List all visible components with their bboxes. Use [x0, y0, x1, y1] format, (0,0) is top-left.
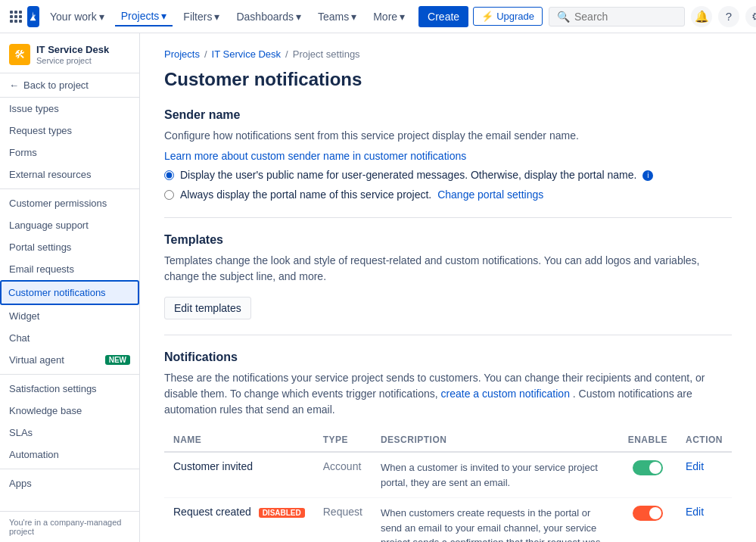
- new-badge: NEW: [105, 355, 130, 365]
- type-cell: Request: [314, 498, 372, 542]
- project-type: Service project: [36, 56, 109, 65]
- table-row: Customer invitedAccountWhen a customer i…: [164, 452, 732, 498]
- sidebar-item-satisfaction-settings[interactable]: Satisfaction settings: [0, 378, 139, 400]
- sidebar: 🛠 IT Service Desk Service project ← Back…: [0, 33, 140, 542]
- toggle-slider: [633, 506, 663, 521]
- edit-templates-button[interactable]: Edit templates: [164, 297, 251, 319]
- atlassian-logo[interactable]: [27, 6, 39, 27]
- sidebar-item-chat[interactable]: Chat: [0, 327, 139, 349]
- sidebar-item-automation[interactable]: Automation: [0, 444, 139, 466]
- grid-icon[interactable]: [9, 6, 23, 27]
- svg-rect-1: [14, 11, 17, 14]
- settings-icon[interactable]: ⚙: [745, 6, 756, 27]
- desc-cell: When customers create requests in the po…: [372, 498, 619, 542]
- sidebar-divider-3: [0, 469, 139, 469]
- toggle-switch[interactable]: [633, 506, 663, 521]
- main-content: Projects / IT Service Desk / Project set…: [140, 33, 756, 542]
- edit-link[interactable]: Edit: [686, 506, 704, 518]
- back-to-project[interactable]: ← Back to project: [0, 73, 139, 98]
- radio-option-2-input[interactable]: [164, 190, 174, 200]
- toggle-switch[interactable]: [633, 460, 663, 475]
- name-cell: Request created DISABLED: [164, 498, 314, 542]
- action-cell: Edit: [677, 498, 732, 542]
- radio-option-1: Display the user's public name for user-…: [164, 168, 732, 183]
- sidebar-divider-1: [0, 188, 139, 189]
- edit-link[interactable]: Edit: [686, 460, 704, 472]
- learn-more-link[interactable]: Learn more about custom sender name in c…: [164, 150, 466, 162]
- breadcrumb-settings: Project settings: [293, 48, 360, 60]
- sidebar-item-language-support[interactable]: Language support: [0, 214, 139, 236]
- notifications-section: Notifications These are the notification…: [164, 350, 732, 542]
- project-header: 🛠 IT Service Desk Service project: [0, 33, 139, 73]
- col-name: Name: [164, 428, 314, 452]
- sidebar-item-knowledge-base[interactable]: Knowledge base: [0, 400, 139, 422]
- sidebar-item-forms[interactable]: Forms: [0, 142, 139, 164]
- templates-title: Templates: [164, 233, 732, 247]
- notifications-table: Name Type Description Enable Action Cust…: [164, 428, 732, 542]
- custom-notification-link[interactable]: create a custom notification: [441, 388, 570, 400]
- col-enable: Enable: [619, 428, 677, 452]
- sidebar-item-widget[interactable]: Widget: [0, 305, 139, 327]
- svg-rect-5: [19, 15, 22, 18]
- radio-option-1-input[interactable]: [164, 170, 174, 180]
- divider-1: [164, 217, 732, 218]
- project-icon: 🛠: [9, 44, 30, 65]
- enable-cell: [619, 452, 677, 498]
- sidebar-item-customer-permissions[interactable]: Customer permissions: [0, 192, 139, 214]
- col-desc: Description: [372, 428, 619, 452]
- table-row: Request created DISABLEDRequestWhen cust…: [164, 498, 732, 542]
- filters-menu[interactable]: Filters ▾: [177, 8, 226, 26]
- svg-rect-6: [10, 20, 13, 23]
- notifications-icon[interactable]: 🔔: [691, 6, 712, 27]
- search-icon: 🔍: [557, 11, 570, 23]
- divider-2: [164, 335, 732, 335]
- templates-section: Templates Templates change the look and …: [164, 233, 732, 319]
- search-box[interactable]: 🔍: [549, 7, 685, 26]
- your-work-menu[interactable]: Your work ▾: [44, 8, 110, 26]
- page-title: Customer notifications: [164, 69, 732, 90]
- svg-rect-3: [10, 15, 13, 18]
- svg-rect-4: [14, 15, 17, 18]
- radio-option-2-label[interactable]: Always display the portal name of this s…: [180, 188, 543, 203]
- radio-option-1-label[interactable]: Display the user's public name for user-…: [180, 168, 653, 183]
- col-action: Action: [677, 428, 732, 452]
- main-layout: 🛠 IT Service Desk Service project ← Back…: [0, 33, 756, 542]
- sidebar-item-request-types[interactable]: Request types: [0, 120, 139, 142]
- sidebar-item-portal-settings[interactable]: Portal settings: [0, 236, 139, 258]
- svg-rect-2: [19, 11, 22, 14]
- more-menu[interactable]: More ▾: [367, 8, 411, 26]
- search-input[interactable]: [574, 11, 677, 23]
- sidebar-item-slas[interactable]: SLAs: [0, 422, 139, 444]
- notifications-desc: These are the notifications your service…: [164, 370, 732, 418]
- svg-rect-8: [19, 20, 22, 23]
- breadcrumb: Projects / IT Service Desk / Project set…: [164, 48, 732, 60]
- col-type: Type: [314, 428, 372, 452]
- notifications-title: Notifications: [164, 350, 732, 364]
- sidebar-scroll: Issue types Request types Forms External…: [0, 98, 139, 511]
- upgrade-button[interactable]: ⚡ Upgrade: [473, 7, 543, 26]
- sidebar-item-external-resources[interactable]: External resources: [0, 164, 139, 185]
- breadcrumb-service-desk[interactable]: IT Service Desk: [212, 48, 282, 60]
- desc-cell: When a customer is invited to your servi…: [372, 452, 619, 498]
- projects-menu[interactable]: Projects ▾: [115, 7, 173, 26]
- sidebar-item-email-requests[interactable]: Email requests: [0, 258, 139, 280]
- project-name: IT Service Desk: [36, 44, 109, 56]
- back-icon: ←: [9, 79, 19, 91]
- sidebar-item-virtual-agent[interactable]: Virtual agent NEW: [0, 349, 139, 371]
- breadcrumb-projects[interactable]: Projects: [164, 48, 200, 60]
- sender-name-section: Sender name Configure how notifications …: [164, 108, 732, 202]
- change-portal-link[interactable]: Change portal settings: [437, 188, 543, 201]
- radio-option-2: Always display the portal name of this s…: [164, 188, 732, 203]
- dashboards-menu[interactable]: Dashboards ▾: [230, 8, 307, 26]
- sidebar-item-apps[interactable]: Apps: [0, 472, 139, 494]
- svg-rect-0: [10, 11, 13, 14]
- top-navigation: Your work ▾ Projects ▾ Filters ▾ Dashboa…: [0, 0, 756, 33]
- sidebar-item-issue-types[interactable]: Issue types: [0, 98, 139, 120]
- sidebar-item-customer-notifications[interactable]: Customer notifications: [0, 280, 139, 305]
- radio-group: Display the user's public name for user-…: [164, 168, 732, 202]
- teams-menu[interactable]: Teams ▾: [312, 8, 362, 26]
- templates-desc: Templates change the look and style of r…: [164, 253, 732, 285]
- help-icon[interactable]: ?: [718, 6, 739, 27]
- create-button[interactable]: Create: [418, 6, 468, 27]
- name-cell: Customer invited: [164, 452, 314, 498]
